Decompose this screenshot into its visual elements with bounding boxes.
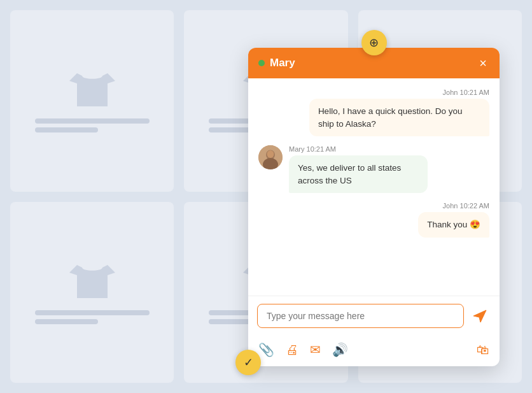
chat-agent-name: Mary <box>270 57 295 69</box>
message-2: Mary 10:21 AM Yes, we deliver to all sta… <box>258 145 489 193</box>
bg-card-1 <box>10 10 174 192</box>
message-3-meta: John 10:22 AM <box>443 202 489 210</box>
mary-avatar <box>258 145 283 169</box>
drag-handle[interactable]: ⊕ <box>361 30 387 55</box>
toolbar-left: 📎 🖨 ✉ 🔊 <box>257 341 349 359</box>
message-2-meta: Mary 10:21 AM <box>289 145 336 153</box>
bg-card-4 <box>10 202 174 383</box>
chat-widget: ⊕ Mary × John 10:21 AM Hello, I have a q… <box>248 48 500 366</box>
message-1-meta: John 10:21 AM <box>443 89 489 96</box>
chat-header-left: Mary <box>258 57 295 69</box>
volume-button[interactable]: 🔊 <box>331 341 349 359</box>
attachment-button[interactable]: 📎 <box>257 341 276 359</box>
email-button[interactable]: ✉ <box>309 341 322 359</box>
message-2-body: Mary 10:21 AM Yes, we deliver to all sta… <box>289 145 466 193</box>
message-3-bubble: Thank you 😍 <box>418 212 489 238</box>
bag-button[interactable]: 🛍 <box>475 341 491 359</box>
close-button[interactable]: × <box>477 57 489 69</box>
online-status-dot <box>258 60 265 66</box>
print-button[interactable]: 🖨 <box>284 341 300 359</box>
message-2-bubble: Yes, we deliver to all states across the… <box>289 155 428 193</box>
floating-check-button[interactable]: ✓ <box>235 350 261 375</box>
message-input[interactable] <box>257 304 464 328</box>
chat-messages: John 10:21 AM Hello, I have a quick ques… <box>248 78 500 296</box>
message-1-bubble: Hello, I have a quick question. Do you s… <box>309 99 489 136</box>
message-3: John 10:22 AM Thank you 😍 <box>258 202 489 238</box>
send-button[interactable] <box>469 305 491 327</box>
svg-point-3 <box>267 150 274 158</box>
message-1: John 10:21 AM Hello, I have a quick ques… <box>258 89 489 136</box>
chat-input-area <box>248 296 500 336</box>
chat-toolbar: 📎 🖨 ✉ 🔊 🛍 <box>248 336 500 366</box>
